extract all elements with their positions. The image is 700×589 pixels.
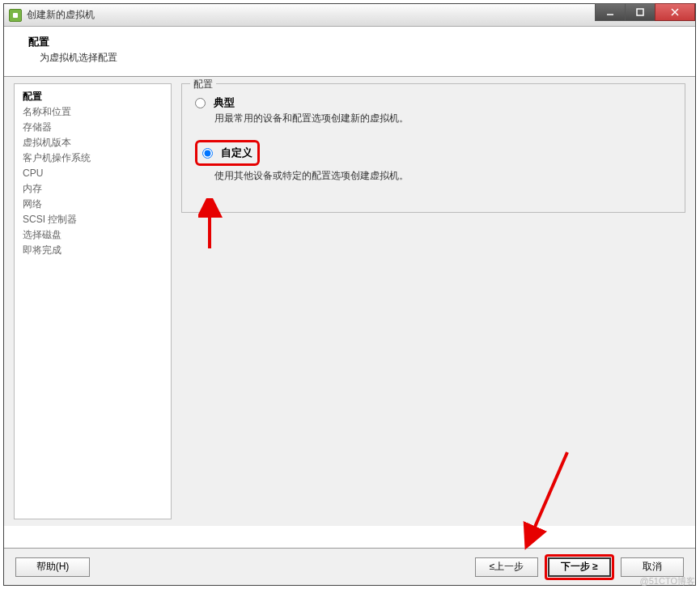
window-title: 创建新的虚拟机 [27, 8, 95, 22]
footer: 帮助(H) ≤上一步 下一步 ≥ 取消 [4, 548, 695, 585]
app-icon [9, 9, 22, 22]
radio-typical-row[interactable]: 典型 [195, 95, 672, 110]
step-cpu: CPU [23, 166, 163, 181]
back-button[interactable]: ≤上一步 [475, 557, 538, 577]
fieldset-legend: 配置 [190, 78, 216, 91]
step-memory: 内存 [23, 181, 163, 197]
highlight-next-button: 下一步 ≥ [545, 554, 614, 580]
radio-custom-label: 自定义 [221, 146, 252, 160]
main-panel: 配置 典型 用最常用的设备和配置选项创建新的虚拟机。 自定义 使用其他设备或特定… [178, 77, 695, 526]
page-subtitle: 为虚拟机选择配置 [28, 51, 681, 65]
step-vm-version: 虚拟机版本 [23, 135, 163, 150]
wizard-window: 创建新的虚拟机 配置 为虚拟机选择配置 配置 名称和位置 存储器 虚拟机版本 客… [3, 3, 696, 586]
wizard-steps-sidebar: 配置 名称和位置 存储器 虚拟机版本 客户机操作系统 CPU 内存 网络 SCS… [14, 83, 172, 519]
help-button[interactable]: 帮助(H) [15, 557, 90, 577]
highlight-custom-option: 自定义 [195, 140, 260, 166]
header-panel: 配置 为虚拟机选择配置 [4, 27, 695, 77]
step-network: 网络 [23, 197, 163, 212]
radio-custom[interactable] [202, 148, 213, 159]
step-ready: 即将完成 [23, 243, 163, 258]
configuration-fieldset: 配置 典型 用最常用的设备和配置选项创建新的虚拟机。 自定义 使用其他设备或特定… [181, 83, 685, 213]
step-guest-os: 客户机操作系统 [23, 150, 163, 166]
svg-rect-1 [637, 9, 643, 15]
window-controls [596, 3, 695, 21]
titlebar[interactable]: 创建新的虚拟机 [4, 4, 695, 27]
cancel-button[interactable]: 取消 [621, 557, 684, 577]
step-select-disk: 选择磁盘 [23, 227, 163, 243]
step-configuration[interactable]: 配置 [23, 89, 163, 104]
radio-custom-row[interactable]: 自定义 [202, 146, 252, 160]
next-button[interactable]: 下一步 ≥ [548, 557, 611, 577]
minimize-button[interactable] [595, 3, 626, 21]
watermark: @51CTO博客 [640, 575, 695, 587]
close-button[interactable] [655, 3, 695, 21]
content-area: 配置 名称和位置 存储器 虚拟机版本 客户机操作系统 CPU 内存 网络 SCS… [4, 77, 695, 526]
step-storage: 存储器 [23, 120, 163, 135]
page-title: 配置 [28, 35, 681, 49]
radio-custom-description: 使用其他设备或特定的配置选项创建虚拟机。 [214, 169, 672, 183]
step-scsi: SCSI 控制器 [23, 212, 163, 227]
radio-typical-description: 用最常用的设备和配置选项创建新的虚拟机。 [214, 112, 672, 125]
radio-typical-label: 典型 [214, 95, 235, 110]
radio-typical[interactable] [195, 98, 206, 108]
maximize-button[interactable] [625, 3, 655, 21]
step-name-location: 名称和位置 [23, 104, 163, 120]
